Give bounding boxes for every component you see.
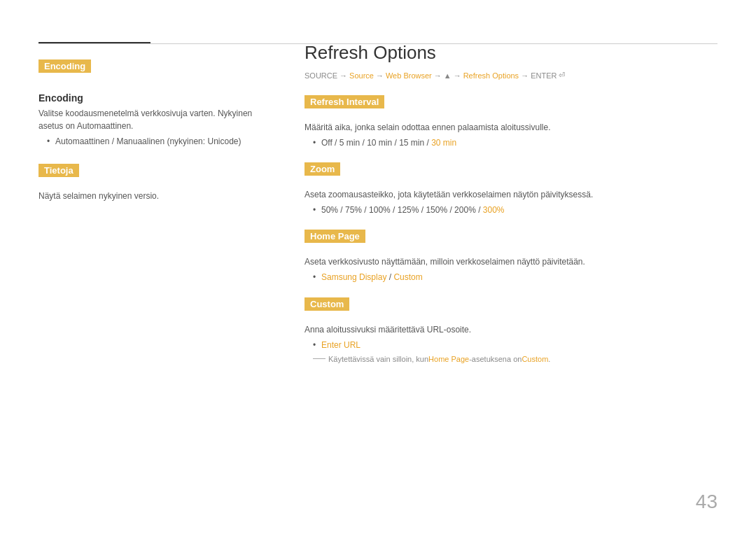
bc-arrow3: →: [434, 71, 442, 80]
home-page-link1: Samsung Display: [321, 272, 386, 282]
page-number: 43: [696, 491, 718, 513]
refresh-interval-section: Refresh Interval Määritä aika, jonka sel…: [304, 95, 718, 150]
tietoja-description: Näytä selaimen nykyinen versio.: [38, 190, 262, 202]
custom-badge: Custom: [304, 297, 349, 311]
left-column: Encoding Encoding Valitse koodausmenetel…: [38, 42, 262, 376]
encoding-description: Valitse koodausmenetelmä verkkosivuja va…: [38, 107, 262, 132]
bc-enter: ENTER: [531, 71, 556, 80]
refresh-interval-badge: Refresh Interval: [304, 95, 384, 108]
custom-bullet-item: Enter URL: [313, 339, 718, 352]
note-plain1: Käytettävissä vain silloin, kun: [328, 355, 428, 363]
custom-bullet-list: Enter URL: [304, 339, 718, 352]
encoding-bullet-item: Automaattinen / Manuaalinen (nykyinen: U…: [47, 135, 262, 148]
home-page-section: Home Page Aseta verkkosivusto näyttämään…: [304, 230, 718, 284]
bc-source-link: Source: [349, 71, 374, 80]
bc-source: SOURCE: [304, 71, 337, 80]
note-custom-link: Custom: [522, 355, 548, 363]
zoom-badge: Zoom: [304, 162, 340, 176]
bc-arrow4: →: [454, 71, 461, 80]
refresh-interval-link: 30 min: [431, 138, 456, 148]
home-page-link2: Custom: [393, 272, 422, 282]
page-title: Refresh Options: [304, 42, 718, 64]
bc-arrow5: →: [521, 71, 528, 80]
refresh-interval-bullet-list: Off / 5 min / 10 min / 15 min / 30 min: [304, 136, 718, 150]
top-rule: [38, 43, 718, 44]
zoom-plain: 50% / 75% / 100% / 125% / 150% / 200% /: [321, 205, 483, 215]
home-page-bullet-list: Samsung Display / Custom: [304, 271, 718, 284]
zoom-section: Zoom Aseta zoomausasteikko, jota käytetä…: [304, 162, 718, 217]
tietoja-badge: Tietoja: [38, 164, 79, 177]
home-page-sep: /: [386, 272, 393, 282]
bc-up-arrow: ▲: [444, 71, 451, 80]
encoding-badge: Encoding: [38, 59, 91, 73]
breadcrumb: SOURCE → Source → Web Browser → ▲ → Refr…: [304, 71, 718, 80]
note-separator: [313, 358, 326, 359]
custom-section: Custom Anna aloitussivuksi määritettävä …: [304, 297, 718, 363]
tietoja-gap: Tietoja Näytä selaimen nykyinen versio.: [38, 164, 262, 202]
zoom-link: 300%: [483, 205, 505, 215]
bc-web-browser-link: Web Browser: [386, 71, 432, 80]
note-end: .: [548, 355, 550, 363]
bc-arrow1: →: [340, 71, 347, 80]
custom-desc: Anna aloitussivuksi määritettävä URL-oso…: [304, 323, 718, 336]
home-page-badge: Home Page: [304, 230, 365, 243]
bc-enter-icon: ⏎: [559, 71, 565, 80]
encoding-bullet-list: Automaattinen / Manuaalinen (nykyinen: U…: [38, 135, 262, 148]
note-home-page-link: Home Page: [428, 355, 469, 363]
bc-refresh-options-link: Refresh Options: [463, 71, 519, 80]
zoom-desc: Aseta zoomausasteikko, jota käytetään ve…: [304, 188, 718, 201]
home-page-bullet-item: Samsung Display / Custom: [313, 271, 718, 284]
bc-arrow2: →: [376, 71, 384, 80]
zoom-bullet-list: 50% / 75% / 100% / 125% / 150% / 200% / …: [304, 204, 718, 217]
custom-enter-url-link: Enter URL: [321, 340, 360, 350]
encoding-section-title: Encoding: [38, 92, 262, 104]
refresh-interval-plain: Off / 5 min / 10 min / 15 min /: [321, 138, 431, 148]
refresh-interval-desc: Määritä aika, jonka selain odottaa ennen…: [304, 121, 718, 134]
refresh-interval-bullet-item: Off / 5 min / 10 min / 15 min / 30 min: [313, 136, 718, 150]
note-plain2: -asetuksena on: [469, 355, 522, 363]
zoom-bullet-item: 50% / 75% / 100% / 125% / 150% / 200% / …: [313, 204, 718, 217]
right-column: Refresh Options SOURCE → Source → Web Br…: [304, 42, 718, 376]
page-container: Encoding Encoding Valitse koodausmenetel…: [0, 0, 756, 534]
home-page-desc: Aseta verkkosivusto näyttämään, milloin …: [304, 255, 718, 268]
custom-note: Käytettävissä vain silloin, kun Home Pag…: [304, 355, 718, 363]
